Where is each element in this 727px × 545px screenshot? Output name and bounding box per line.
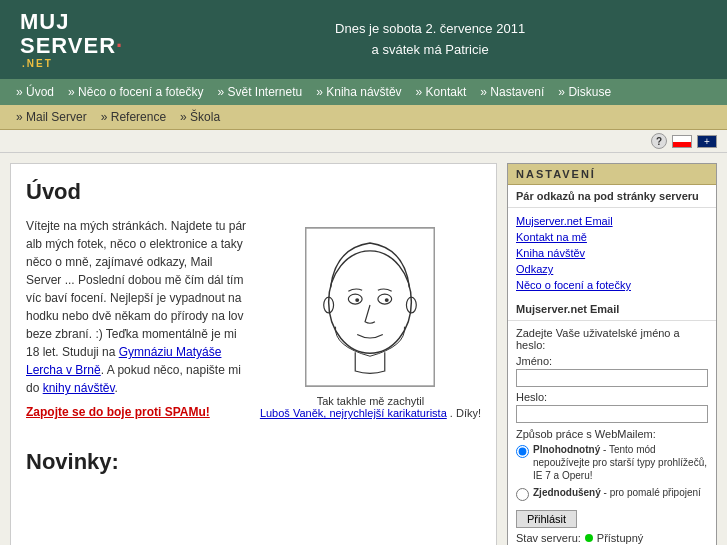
portrait-artist-link[interactable]: Luboš Vaněk, nejrychlejší karikaturista <box>260 407 447 419</box>
sidebar-link-kniha[interactable]: Kniha návštěv <box>516 245 708 261</box>
subnav-skola[interactable]: Škola <box>174 108 226 126</box>
server-status: Stav serveru: Přístupný <box>516 532 708 544</box>
sidebar-link-email[interactable]: Mujserver.net Email <box>516 213 708 229</box>
nav-knihy-link[interactable]: knihy návštěv <box>43 381 115 395</box>
status-indicator <box>585 534 593 542</box>
sidebar-link-foceni[interactable]: Něco o focení a fotečky <box>516 277 708 293</box>
header-date: Dnes je sobota 2. července 2011 a svátek… <box>153 19 707 61</box>
sidebar-link-kontakt[interactable]: Kontakt na mě <box>516 229 708 245</box>
webmail-label: Způsob práce s WebMailem: <box>516 428 708 440</box>
sidebar-links: Mujserver.net Email Kontakt na mě Kniha … <box>508 208 716 298</box>
heslo-label: Heslo: <box>516 391 708 403</box>
email-section-header: Mujserver.net Email <box>508 298 716 321</box>
flag-cz[interactable] <box>672 135 692 148</box>
email-form-desc: Zadejte Vaše uživatelské jméno a heslo: <box>516 327 708 351</box>
sidebar-link-odkazy[interactable]: Odkazy <box>516 261 708 277</box>
nav-nastaveni[interactable]: Nastavení <box>474 83 550 101</box>
subnav-mail-server[interactable]: Mail Server <box>10 108 93 126</box>
nastaveni-box: NASTAVENÍ Pár odkazů na pod stránky serv… <box>507 163 717 545</box>
main-nav: Úvod Něco o focení a fotečky Svět Intern… <box>0 79 727 105</box>
nastaveni-header: NASTAVENÍ <box>508 164 716 185</box>
prihlasit-button[interactable]: Přihlásit <box>516 510 577 528</box>
lang-bar: ? <box>0 130 727 153</box>
radio-zjednoduseny-text: Zjednodušený - pro pomalé připojení <box>533 486 701 499</box>
nav-diskuse[interactable]: Diskuse <box>552 83 617 101</box>
logo-area: MUJ SERVER· .NET <box>20 10 123 69</box>
help-icon[interactable]: ? <box>651 133 667 149</box>
links-subheader: Pár odkazů na pod stránky serveru <box>508 185 716 208</box>
nav-uvod[interactable]: Úvod <box>10 83 60 101</box>
radio-plnohodnotny-input[interactable] <box>516 445 529 458</box>
radio-zjednoduseny-input[interactable] <box>516 488 529 501</box>
novinky-title: Novinky: <box>26 449 481 475</box>
content-with-portrait: Vítejte na mých stránkách. Najdete tu pá… <box>26 217 481 429</box>
portrait-svg <box>305 227 435 387</box>
logo-line1: MUJ <box>20 10 123 34</box>
jmeno-label: Jméno: <box>516 355 708 367</box>
svg-point-6 <box>356 299 360 303</box>
email-form: Zadejte Vaše uživatelské jméno a heslo: … <box>508 321 716 545</box>
spam-link[interactable]: Zapojte se do boje proti SPAMu! <box>26 405 250 419</box>
jmeno-input[interactable] <box>516 369 708 387</box>
left-column: Úvod Vítejte na mých stránkách. Najdete … <box>10 163 497 545</box>
header: MUJ SERVER· .NET Dnes je sobota 2. červe… <box>0 0 727 79</box>
main-content: Úvod Vítejte na mých stránkách. Najdete … <box>0 153 727 545</box>
intro-paragraph: Vítejte na mých stránkách. Najdete tu pá… <box>26 217 250 397</box>
nav-internet[interactable]: Svět Internetu <box>211 83 308 101</box>
radio-plnohodnotny: Plnohodnotný - Tento mód nepoužívejte pr… <box>516 443 708 482</box>
text-area: Vítejte na mých stránkách. Najdete tu pá… <box>26 217 250 429</box>
heslo-input[interactable] <box>516 405 708 423</box>
page-title: Úvod <box>26 179 481 205</box>
flag-uk[interactable] <box>697 135 717 148</box>
sub-nav: Mail Server Reference Škola <box>0 105 727 130</box>
radio-zjednoduseny: Zjednodušený - pro pomalé připojení <box>516 486 708 501</box>
right-column: NASTAVENÍ Pár odkazů na pod stránky serv… <box>507 163 717 545</box>
portrait-area: Tak takhle mě zachytil Luboš Vaněk, nejr… <box>260 227 481 419</box>
gym-link[interactable]: Gymnáziu Matyáše Lercha v Brně <box>26 345 221 377</box>
nav-kniha[interactable]: Kniha návštěv <box>310 83 407 101</box>
portrait-caption: Tak takhle mě zachytil Luboš Vaněk, nejr… <box>260 395 481 419</box>
nav-kontakt[interactable]: Kontakt <box>410 83 473 101</box>
logo-net: .NET <box>22 58 123 69</box>
radio-plnohodnotny-text: Plnohodnotný - Tento mód nepoužívejte pr… <box>533 443 708 482</box>
logo-line2: SERVER· <box>20 34 123 58</box>
svg-point-7 <box>385 299 389 303</box>
subnav-reference[interactable]: Reference <box>95 108 172 126</box>
nav-foceni[interactable]: Něco o focení a fotečky <box>62 83 209 101</box>
